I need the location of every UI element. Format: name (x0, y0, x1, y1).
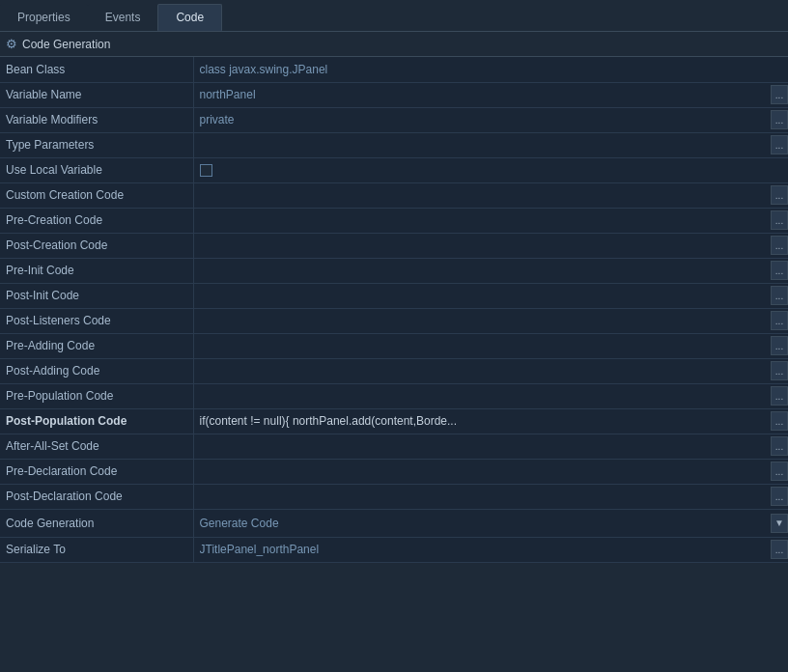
table-row: Variable NamenorthPanel... (0, 82, 788, 107)
property-label: Pre-Population Code (0, 383, 193, 408)
tab-properties[interactable]: Properties (0, 4, 88, 31)
table-row: Pre-Adding Code... (0, 333, 788, 358)
table-row: Post-Population Codeif(content != null){… (0, 408, 788, 434)
property-label: Serialize To (0, 537, 193, 562)
dots-button[interactable]: ... (771, 286, 788, 305)
value-wrapper: private... (200, 113, 789, 126)
value-wrapper: if(content != null){ northPanel.add(cont… (200, 414, 789, 428)
property-value-cell: class javax.swing.JPanel (193, 57, 788, 82)
dots-button[interactable]: ... (771, 311, 788, 330)
property-value-cell[interactable]: ... (193, 459, 788, 484)
value-wrapper: class javax.swing.JPanel (200, 63, 789, 76)
property-value-cell[interactable]: northPanel... (193, 82, 788, 107)
tab-events[interactable]: Events (88, 4, 158, 31)
dots-button[interactable]: ... (771, 436, 788, 456)
property-value-cell[interactable]: ... (193, 484, 788, 509)
table-row: Post-Declaration Code... (0, 484, 788, 509)
property-value: if(content != null){ northPanel.add(cont… (200, 414, 789, 428)
dots-button[interactable]: ... (771, 185, 788, 205)
value-wrapper: northPanel... (200, 88, 789, 101)
table-row: Post-Creation Code... (0, 233, 788, 258)
tab-code[interactable]: Code (157, 4, 222, 31)
property-label: Pre-Init Code (0, 258, 193, 283)
table-row: Use Local Variable (0, 157, 788, 182)
table-row: Post-Listeners Code... (0, 308, 788, 333)
property-label: Variable Modifiers (0, 107, 193, 132)
dots-button[interactable]: ... (771, 386, 788, 406)
dropdown-wrapper[interactable]: Generate Code▼ (200, 514, 789, 533)
property-value-cell[interactable]: JTitlePanel_northPanel... (193, 537, 788, 562)
dots-button[interactable]: ... (771, 411, 788, 431)
properties-table: Bean Classclass javax.swing.JPanelVariab… (0, 57, 788, 563)
dots-button[interactable]: ... (771, 261, 788, 280)
table-row: Post-Adding Code... (0, 358, 788, 383)
table-row: Serialize ToJTitlePanel_northPanel... (0, 537, 788, 562)
property-label: Post-Listeners Code (0, 308, 193, 333)
use-local-variable-checkbox[interactable] (200, 164, 212, 177)
property-value-cell[interactable]: if(content != null){ northPanel.add(cont… (193, 408, 788, 434)
property-label: Pre-Adding Code (0, 333, 193, 358)
dots-button[interactable]: ... (771, 85, 788, 104)
property-value-cell[interactable]: ... (193, 258, 788, 283)
main-container: Properties Events Code ⚙ Code Generation… (0, 0, 788, 672)
table-row: Custom Creation Code... (0, 182, 788, 208)
section-header: ⚙ Code Generation (0, 32, 788, 57)
table-row: Code GenerationGenerate Code▼ (0, 509, 788, 537)
property-value: JTitlePanel_northPanel (200, 543, 789, 556)
property-value-cell[interactable]: private... (193, 107, 788, 132)
property-value-cell[interactable]: ... (193, 383, 788, 408)
property-value: northPanel (200, 88, 789, 101)
table-row: After-All-Set Code... (0, 434, 788, 459)
property-label: Use Local Variable (0, 157, 193, 182)
section-header-title: Code Generation (22, 38, 110, 51)
property-label: Post-Init Code (0, 283, 193, 308)
property-label: Bean Class (0, 57, 193, 82)
table-row: Pre-Init Code... (0, 258, 788, 283)
dots-button[interactable]: ... (771, 487, 788, 506)
property-label: Post-Declaration Code (0, 484, 193, 509)
dropdown-value: Generate Code (200, 517, 772, 530)
property-value-cell[interactable]: ... (193, 208, 788, 233)
property-value-cell: Generate Code▼ (193, 509, 788, 537)
property-label: Pre-Creation Code (0, 208, 193, 233)
property-value-cell[interactable]: ... (193, 233, 788, 258)
table-row: Post-Init Code... (0, 283, 788, 308)
dots-button[interactable]: ... (771, 462, 788, 481)
property-label: After-All-Set Code (0, 434, 193, 459)
value-wrapper: JTitlePanel_northPanel... (200, 543, 789, 556)
property-label: Type Parameters (0, 132, 193, 157)
table-row: Pre-Population Code... (0, 383, 788, 408)
dots-button[interactable]: ... (771, 110, 788, 129)
property-value-cell[interactable]: ... (193, 333, 788, 358)
property-value-cell[interactable]: ... (193, 132, 788, 157)
property-label: Pre-Declaration Code (0, 459, 193, 484)
dots-button[interactable]: ... (771, 540, 788, 559)
dots-button[interactable]: ... (771, 236, 788, 255)
table-row: Variable Modifiersprivate... (0, 107, 788, 132)
dots-button[interactable]: ... (771, 210, 788, 230)
property-value: class javax.swing.JPanel (200, 63, 789, 76)
dots-button[interactable]: ... (771, 361, 788, 380)
table-row: Bean Classclass javax.swing.JPanel (0, 57, 788, 82)
property-value-cell[interactable]: ... (193, 283, 788, 308)
property-value: private (200, 113, 789, 126)
property-label: Post-Population Code (0, 408, 193, 434)
code-generation-icon: ⚙ (6, 37, 17, 51)
checkbox-wrapper (200, 164, 789, 177)
dropdown-arrow-icon[interactable]: ▼ (771, 514, 788, 533)
property-label: Post-Creation Code (0, 233, 193, 258)
property-label: Post-Adding Code (0, 358, 193, 383)
property-label: Code Generation (0, 509, 193, 537)
table-row: Pre-Creation Code... (0, 208, 788, 233)
property-value-cell[interactable]: ... (193, 434, 788, 459)
table-row: Type Parameters... (0, 132, 788, 157)
property-value-cell[interactable]: ... (193, 182, 788, 208)
property-label: Variable Name (0, 82, 193, 107)
property-value-cell[interactable]: ... (193, 308, 788, 333)
dots-button[interactable]: ... (771, 135, 788, 154)
property-value-cell (193, 157, 788, 182)
table-row: Pre-Declaration Code... (0, 459, 788, 484)
property-label: Custom Creation Code (0, 182, 193, 208)
property-value-cell[interactable]: ... (193, 358, 788, 383)
dots-button[interactable]: ... (771, 336, 788, 355)
